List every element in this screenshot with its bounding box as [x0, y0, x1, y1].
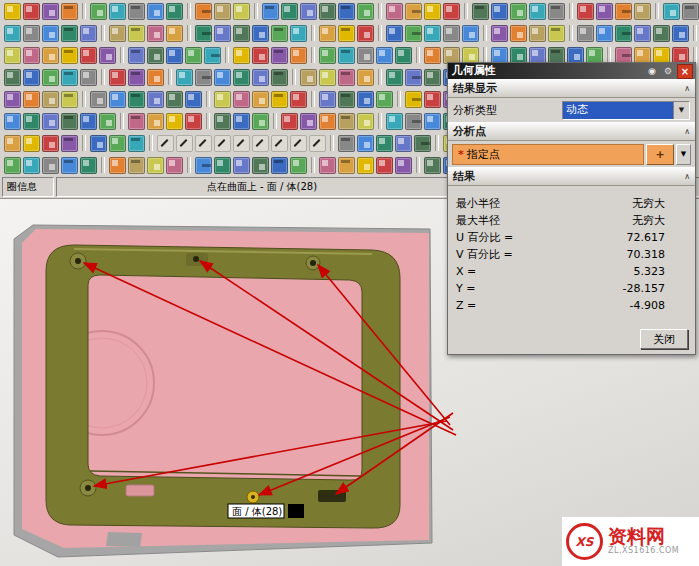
toolbar-icon[interactable] — [338, 3, 355, 20]
toolbar-icon[interactable] — [61, 135, 78, 152]
toolbar-icon[interactable] — [80, 113, 97, 130]
toolbar-icon[interactable] — [357, 91, 374, 108]
toolbar-icon[interactable] — [262, 3, 279, 20]
toolbar-icon[interactable] — [424, 113, 441, 130]
toolbar-icon[interactable] — [61, 69, 78, 86]
toolbar-icon[interactable] — [90, 135, 107, 152]
toolbar-icon[interactable] — [61, 25, 78, 42]
toolbar-icon[interactable] — [61, 47, 78, 64]
toolbar-icon[interactable] — [166, 157, 183, 174]
dialog-titlebar[interactable]: 几何属性 ◉ ⚙ × — [448, 63, 695, 79]
toolbar-icon[interactable] — [185, 91, 202, 108]
toolbar-icon[interactable] — [23, 113, 40, 130]
toolbar-icon[interactable] — [357, 135, 374, 152]
toolbar-icon[interactable] — [634, 47, 651, 64]
toolbar-icon[interactable] — [491, 3, 508, 20]
toolbar-icon[interactable] — [252, 135, 269, 152]
toolbar-icon[interactable] — [147, 69, 164, 86]
point-dialog-icon[interactable]: + — [646, 144, 674, 165]
toolbar-icon[interactable] — [185, 113, 202, 130]
toolbar-icon[interactable] — [233, 157, 250, 174]
toolbar-icon[interactable] — [109, 91, 126, 108]
toolbar-icon[interactable] — [615, 25, 632, 42]
chevron-down-icon[interactable]: ▼ — [673, 102, 689, 119]
toolbar-icon[interactable] — [376, 47, 393, 64]
toolbar-icon[interactable] — [309, 135, 326, 152]
toolbar-icon[interactable] — [338, 47, 355, 64]
toolbar-icon[interactable] — [233, 91, 250, 108]
toolbar-icon[interactable] — [147, 25, 164, 42]
toolbar-icon[interactable] — [176, 69, 193, 86]
toolbar-icon[interactable] — [214, 25, 231, 42]
toolbar-icon[interactable] — [80, 157, 97, 174]
toolbar-icon[interactable] — [42, 25, 59, 42]
toolbar-icon[interactable] — [357, 157, 374, 174]
toolbar-icon[interactable] — [4, 25, 21, 42]
toolbar-icon[interactable] — [42, 113, 59, 130]
toolbar-icon[interactable] — [424, 3, 441, 20]
toolbar-icon[interactable] — [195, 135, 212, 152]
toolbar-icon[interactable] — [653, 47, 670, 64]
toolbar-icon[interactable] — [672, 25, 689, 42]
toolbar-icon[interactable] — [338, 157, 355, 174]
toolbar-icon[interactable] — [271, 47, 288, 64]
toolbar-icon[interactable] — [567, 47, 584, 64]
toolbar-icon[interactable] — [109, 157, 126, 174]
toolbar-icon[interactable] — [252, 69, 269, 86]
toolbar-icon[interactable] — [128, 3, 145, 20]
toolbar-icon[interactable] — [472, 3, 489, 20]
toolbar-icon[interactable] — [214, 157, 231, 174]
toolbar-icon[interactable] — [252, 157, 269, 174]
analysis-type-select[interactable]: 动态 ▼ — [562, 101, 690, 120]
toolbar-icon[interactable] — [61, 113, 78, 130]
toolbar-icon[interactable] — [166, 3, 183, 20]
pin-icon[interactable]: ◉ — [645, 65, 659, 78]
toolbar-icon[interactable] — [577, 3, 594, 20]
toolbar-icon[interactable] — [42, 135, 59, 152]
toolbar-icon[interactable] — [462, 25, 479, 42]
toolbar-icon[interactable] — [61, 91, 78, 108]
close-icon[interactable]: × — [677, 64, 693, 79]
toolbar-icon[interactable] — [80, 69, 97, 86]
toolbar-icon[interactable] — [99, 113, 116, 130]
toolbar-icon[interactable] — [128, 157, 145, 174]
toolbar-icon[interactable] — [214, 3, 231, 20]
toolbar-icon[interactable] — [214, 69, 231, 86]
toolbar-icon[interactable] — [405, 3, 422, 20]
toolbar-icon[interactable] — [23, 91, 40, 108]
toolbar-icon[interactable] — [395, 47, 412, 64]
toolbar-icon[interactable] — [319, 25, 336, 42]
toolbar-icon[interactable] — [233, 47, 250, 64]
toolbar-icon[interactable] — [147, 3, 164, 20]
toolbar-icon[interactable] — [510, 47, 527, 64]
toolbar-icon[interactable] — [80, 47, 97, 64]
toolbar-icon[interactable] — [128, 25, 145, 42]
toolbar-icon[interactable] — [252, 25, 269, 42]
toolbar-icon[interactable] — [128, 135, 145, 152]
toolbar-icon[interactable] — [424, 25, 441, 42]
toolbar-icon[interactable] — [80, 25, 97, 42]
section-result-display[interactable]: 结果显示 ∧ — [448, 79, 695, 98]
specify-point-field[interactable]: * 指定点 — [452, 144, 644, 165]
toolbar-icon[interactable] — [157, 135, 174, 152]
toolbar-icon[interactable] — [214, 113, 231, 130]
toolbar-icon[interactable] — [61, 157, 78, 174]
toolbar-icon[interactable] — [195, 3, 212, 20]
toolbar-icon[interactable] — [252, 47, 269, 64]
toolbar-icon[interactable] — [672, 47, 689, 64]
toolbar-icon[interactable] — [109, 3, 126, 20]
toolbar-icon[interactable] — [682, 3, 699, 20]
toolbar-icon[interactable] — [405, 113, 422, 130]
toolbar-icon[interactable] — [443, 25, 460, 42]
toolbar-icon[interactable] — [195, 157, 212, 174]
toolbar-icon[interactable] — [386, 113, 403, 130]
toolbar-icon[interactable] — [290, 47, 307, 64]
toolbar-icon[interactable] — [290, 25, 307, 42]
toolbar-icon[interactable] — [319, 157, 336, 174]
toolbar-icon[interactable] — [491, 47, 508, 64]
toolbar-icon[interactable] — [4, 3, 21, 20]
toolbar-icon[interactable] — [424, 69, 441, 86]
toolbar-icon[interactable] — [252, 113, 269, 130]
toolbar-icon[interactable] — [338, 135, 355, 152]
toolbar-icon[interactable] — [252, 91, 269, 108]
